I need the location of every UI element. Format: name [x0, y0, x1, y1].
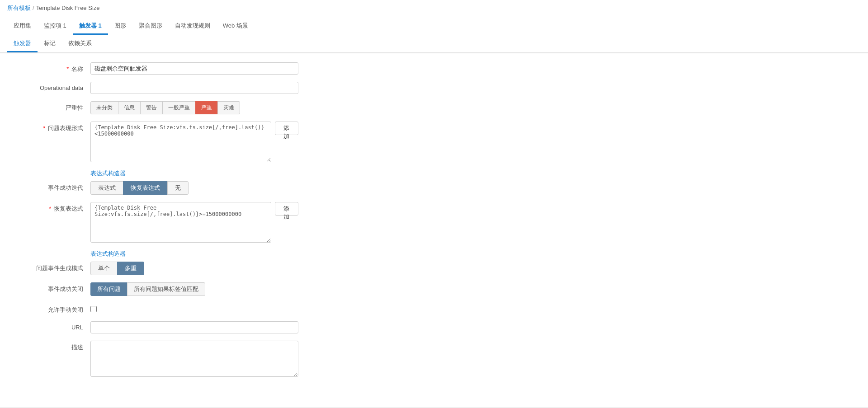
operational-data-input[interactable] [90, 82, 298, 94]
tab-graphs[interactable]: 图形 [108, 18, 132, 35]
sub-tab-dependencies[interactable]: 依赖关系 [62, 36, 98, 52]
sub-tab-tags[interactable]: 标记 [38, 36, 62, 52]
name-label: * 名称 [18, 62, 90, 73]
problem-event-mode-row: 问题事件生成模式 单个 多重 [18, 262, 850, 275]
breadcrumb-sep: / [33, 5, 34, 11]
tab-aggregate-graphs[interactable]: 聚合图形 [132, 18, 169, 35]
recovery-expr-label: * 恢复表达式 [18, 202, 90, 213]
event-mode-single[interactable]: 单个 [90, 262, 118, 275]
nav-tabs-bar: 应用集 监控项 1 触发器 1 图形 聚合图形 自动发现规则 Web 场景 [0, 16, 868, 35]
problem-event-mode-control: 单个 多重 [90, 262, 298, 275]
url-label: URL [18, 321, 90, 331]
event-close-all[interactable]: 所有问题 [90, 282, 127, 296]
recovery-iter-row: 事件成功迭代 表达式 恢复表达式 无 [18, 181, 850, 195]
name-input[interactable] [90, 62, 298, 75]
severity-control: 未分类 信息 警告 一般严重 严重 灾难 [90, 101, 298, 114]
operational-data-label: Operational data [18, 82, 90, 91]
problem-expr-required-star: * [43, 125, 45, 131]
desc-row: 描述 [18, 341, 850, 378]
allow-manual-close-label: 允许手动关闭 [18, 303, 90, 314]
url-row: URL [18, 321, 850, 333]
recovery-expr-input-row: {Template Disk Free Size:vfs.fs.size[/,f… [90, 202, 298, 243]
recovery-expr-textarea[interactable]: {Template Disk Free Size:vfs.fs.size[/,f… [90, 202, 271, 243]
recovery-expr-required-star: * [49, 205, 51, 212]
severity-label: 严重性 [18, 101, 90, 112]
severity-row: 严重性 未分类 信息 警告 一般严重 严重 灾难 [18, 101, 850, 114]
tab-web-scenarios[interactable]: Web 场景 [217, 18, 255, 35]
problem-expr-textarea[interactable]: {Template Disk Free Size:vfs.fs.size[/,f… [90, 122, 271, 162]
problem-event-mode-group: 单个 多重 [90, 262, 298, 275]
desc-textarea[interactable] [90, 341, 298, 377]
allow-manual-close-checkbox[interactable] [90, 306, 97, 312]
desc-control [90, 341, 298, 378]
event-mode-multiple[interactable]: 多重 [117, 262, 144, 275]
severity-average[interactable]: 一般严重 [162, 101, 196, 114]
severity-unclassified[interactable]: 未分类 [90, 101, 118, 114]
expr-builder-link[interactable]: 表达式构造器 [90, 169, 126, 178]
problem-event-mode-label: 问题事件生成模式 [18, 262, 90, 272]
recovery-expr-builder-link-row: 表达式构造器 [18, 250, 850, 262]
url-control [90, 321, 298, 333]
operational-data-row: Operational data [18, 82, 850, 94]
breadcrumb-root[interactable]: 所有模板 [7, 4, 31, 12]
tab-triggers[interactable]: 触发器 1 [73, 18, 108, 35]
event-close-row: 事件成功关闭 所有问题 所有问题如果标签值匹配 [18, 282, 850, 296]
recovery-expr-row: * 恢复表达式 {Template Disk Free Size:vfs.fs.… [18, 202, 850, 243]
recovery-iter-control: 表达式 恢复表达式 无 [90, 181, 298, 195]
breadcrumb-current: Template Disk Free Size [36, 5, 100, 11]
severity-group: 未分类 信息 警告 一般严重 严重 灾难 [90, 101, 298, 114]
severity-disaster[interactable]: 灾难 [217, 101, 240, 114]
severity-high[interactable]: 严重 [195, 101, 218, 114]
problem-expr-row: * 问题表现形式 {Template Disk Free Size:vfs.fs… [18, 122, 850, 162]
problem-expr-control: {Template Disk Free Size:vfs.fs.size[/,f… [90, 122, 298, 162]
problem-expr-input-row: {Template Disk Free Size:vfs.fs.size[/,f… [90, 122, 298, 162]
operational-data-control [90, 82, 298, 94]
tab-monitors[interactable]: 监控项 1 [38, 18, 73, 35]
desc-label: 描述 [18, 341, 90, 352]
recovery-iter-none[interactable]: 无 [167, 181, 189, 195]
expr-builder-link-row: 表达式构造器 [18, 169, 850, 181]
severity-info[interactable]: 信息 [118, 101, 141, 114]
allow-manual-close-row: 允许手动关闭 [18, 303, 850, 314]
event-close-group: 所有问题 所有问题如果标签值匹配 [90, 282, 298, 296]
breadcrumb: 所有模板 / Template Disk Free Size [7, 4, 100, 12]
recovery-iter-label: 事件成功迭代 [18, 181, 90, 192]
sub-nav-bar: 触发器 标记 依赖关系 [0, 35, 868, 53]
severity-warning[interactable]: 警告 [140, 101, 163, 114]
allow-manual-close-control [90, 303, 298, 314]
name-row: * 名称 [18, 62, 850, 75]
recovery-iter-group: 表达式 恢复表达式 无 [90, 181, 298, 195]
url-input[interactable] [90, 321, 298, 333]
main-content: * 名称 Operational data 严重性 未分类 信息 警告 一般严重… [0, 53, 868, 407]
tab-discovery-rules[interactable]: 自动发现规则 [169, 18, 217, 35]
event-close-control: 所有问题 所有问题如果标签值匹配 [90, 282, 298, 296]
tab-applications[interactable]: 应用集 [7, 18, 38, 35]
name-required-star: * [66, 66, 69, 72]
recovery-iter-expr[interactable]: 表达式 [90, 181, 123, 195]
problem-expr-add-button[interactable]: 添加 [275, 122, 298, 135]
recovery-iter-recovery-expr[interactable]: 恢复表达式 [123, 181, 168, 195]
recovery-expr-control: {Template Disk Free Size:vfs.fs.size[/,f… [90, 202, 298, 243]
event-close-tag-match[interactable]: 所有问题如果标签值匹配 [127, 282, 205, 296]
breadcrumb-bar: 所有模板 / Template Disk Free Size [0, 0, 868, 16]
sub-tab-triggers[interactable]: 触发器 [7, 36, 38, 52]
recovery-expr-builder-link[interactable]: 表达式构造器 [90, 250, 126, 258]
problem-expr-label: * 问题表现形式 [18, 122, 90, 132]
event-close-label: 事件成功关闭 [18, 282, 90, 293]
name-control [90, 62, 298, 75]
recovery-expr-add-button[interactable]: 添加 [275, 202, 298, 216]
